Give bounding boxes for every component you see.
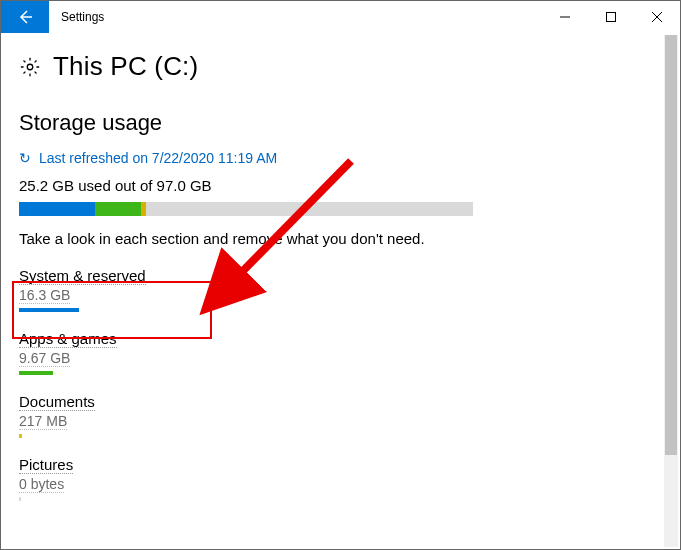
refresh-row[interactable]: ↻ Last refreshed on 7/22/2020 11:19 AM [19,150,662,167]
window-title: Settings [49,1,542,33]
category-label: Documents [19,393,95,411]
category-sys[interactable]: System & reserved16.3 GB [19,267,219,312]
category-bar [19,371,53,375]
section-heading: Storage usage [19,110,662,136]
page-title: This PC (C:) [53,51,198,82]
settings-window: Settings This PC (C:) Storage usage [0,0,681,550]
category-apps[interactable]: Apps & games9.67 GB [19,330,219,375]
storage-bar-system [19,202,95,216]
category-pics[interactable]: Pictures0 bytes [19,456,219,501]
category-value: 217 MB [19,413,67,430]
category-value: 16.3 GB [19,287,70,304]
refresh-icon: ↻ [19,150,31,166]
content-area: This PC (C:) Storage usage ↻ Last refres… [1,33,680,549]
minimize-icon [560,12,570,22]
storage-bar-docs [141,202,146,216]
category-docs[interactable]: Documents217 MB [19,393,219,438]
maximize-button[interactable] [588,1,634,33]
maximize-icon [606,12,616,22]
usage-summary: 25.2 GB used out of 97.0 GB [19,177,662,194]
category-bar [19,308,79,312]
svg-point-1 [27,64,33,70]
category-value: 9.67 GB [19,350,70,367]
window-controls [542,1,680,33]
refresh-text: Last refreshed on 7/22/2020 11:19 AM [39,150,277,166]
close-icon [652,12,662,22]
arrow-left-icon [17,9,33,25]
category-label: System & reserved [19,267,146,285]
category-value: 0 bytes [19,476,64,493]
category-label: Apps & games [19,330,117,348]
hint-text: Take a look in each section and remove w… [19,230,662,247]
minimize-button[interactable] [542,1,588,33]
storage-bar-apps [95,202,140,216]
storage-bar [19,202,473,216]
category-label: Pictures [19,456,73,474]
gear-icon [19,56,41,78]
category-bar [19,434,22,438]
svg-rect-0 [607,13,616,22]
close-button[interactable] [634,1,680,33]
titlebar: Settings [1,1,680,33]
category-bar [19,497,21,501]
back-button[interactable] [1,1,49,33]
page-header: This PC (C:) [19,51,662,82]
